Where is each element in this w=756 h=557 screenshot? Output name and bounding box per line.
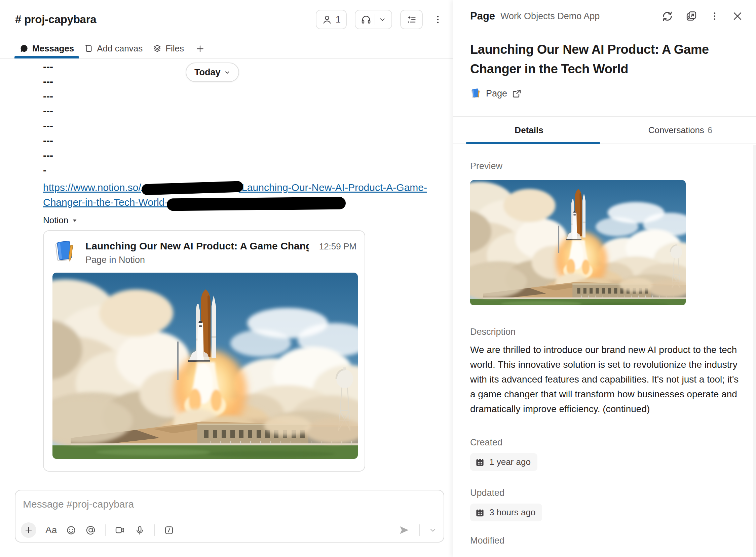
toolbar-divider bbox=[105, 524, 106, 536]
object-type-row: Page bbox=[470, 87, 756, 99]
files-stack-icon bbox=[153, 44, 162, 53]
microphone-icon bbox=[135, 525, 145, 535]
refresh-icon bbox=[662, 10, 673, 22]
notion-page-icon bbox=[53, 239, 77, 264]
video-camera-icon bbox=[115, 525, 125, 535]
unfurl-card-image[interactable] bbox=[53, 273, 358, 459]
panel-body: Preview Description We are thrilled to i… bbox=[453, 161, 756, 546]
rocket-launch-photo bbox=[470, 180, 686, 305]
text-format-button[interactable]: Aa bbox=[46, 525, 57, 535]
message-text: - bbox=[43, 163, 453, 177]
panel-scrollbar[interactable] bbox=[753, 145, 756, 557]
chevron-down-icon[interactable] bbox=[379, 16, 386, 23]
message-input[interactable]: Message #proj-capybara bbox=[16, 491, 444, 510]
tab-messages-label: Messages bbox=[32, 43, 74, 54]
panel-app-name: Work Objects Demo App bbox=[500, 11, 599, 22]
updated-value-chip: 3 hours ago bbox=[470, 503, 542, 521]
message-text: --- bbox=[43, 89, 453, 104]
preview-image[interactable] bbox=[470, 180, 686, 305]
open-in-window-button[interactable] bbox=[685, 10, 698, 22]
huddle-divider bbox=[375, 14, 375, 25]
description-text: We are thrilled to introduce our brand n… bbox=[470, 343, 743, 416]
mention-button[interactable] bbox=[85, 525, 96, 535]
object-type-label: Page bbox=[486, 88, 507, 99]
panel-object-type: Page bbox=[470, 10, 495, 22]
modified-section-label: Modified bbox=[470, 535, 743, 546]
created-section-label: Created bbox=[470, 437, 743, 448]
updated-section-label: Updated bbox=[470, 488, 743, 498]
emoji-button[interactable] bbox=[66, 525, 76, 535]
link-text-part2: /Launching-Our-New-AI-Product-A-Game- bbox=[239, 182, 427, 193]
more-options-button[interactable] bbox=[431, 10, 445, 29]
tab-add-canvas-label: Add canvas bbox=[97, 43, 143, 54]
add-canvas-icon bbox=[84, 44, 93, 53]
person-icon bbox=[322, 14, 332, 25]
message-text: --- bbox=[43, 74, 453, 89]
notion-link[interactable]: https://www.notion.so//Launching-Our-New… bbox=[43, 180, 450, 210]
message-text: --- bbox=[43, 148, 453, 163]
tab-details[interactable]: Details bbox=[453, 117, 605, 144]
details-panel: Page Work Objects Demo App bbox=[453, 0, 756, 557]
unfurl-card-title[interactable]: Launching Our New AI Product: A Game Cha… bbox=[85, 240, 309, 252]
toolbar-divider bbox=[154, 524, 155, 536]
channel-header: # proj-capybara 1 bbox=[0, 0, 453, 39]
shortcuts-button[interactable] bbox=[164, 525, 174, 535]
chevron-down-icon bbox=[429, 526, 437, 534]
audio-clip-button[interactable] bbox=[135, 525, 145, 535]
kebab-menu-icon bbox=[433, 14, 443, 25]
send-options-button[interactable] bbox=[429, 526, 437, 534]
message-composer: Message #proj-capybara Aa bbox=[15, 490, 444, 543]
tab-files[interactable]: Files bbox=[148, 39, 189, 58]
tab-conversations[interactable]: Conversations 6 bbox=[605, 117, 756, 144]
panel-more-button[interactable] bbox=[709, 11, 720, 21]
unfurl-card-header: Launching Our New AI Product: A Game Cha… bbox=[53, 239, 357, 265]
tab-messages[interactable]: Messages bbox=[15, 39, 79, 58]
unfurl-source-label: Notion bbox=[43, 215, 68, 226]
message-list: Today --- --- --- --- --- --- --- - http… bbox=[0, 58, 453, 472]
members-button[interactable]: 1 bbox=[316, 10, 347, 29]
tab-files-label: Files bbox=[165, 43, 184, 54]
tab-details-label: Details bbox=[514, 125, 543, 136]
video-clip-button[interactable] bbox=[115, 525, 125, 535]
tab-add-canvas[interactable]: Add canvas bbox=[79, 39, 148, 58]
preview-section-label: Preview bbox=[470, 161, 743, 171]
canvas-shortcuts-button[interactable] bbox=[400, 10, 423, 29]
date-divider-pill[interactable]: Today bbox=[186, 62, 239, 82]
attach-button[interactable] bbox=[21, 522, 36, 538]
unfurl-source-toggle[interactable]: Notion bbox=[43, 215, 453, 226]
panel-tabs: Details Conversations 6 bbox=[453, 117, 756, 144]
slash-command-icon bbox=[164, 525, 174, 535]
updated-value: 3 hours ago bbox=[489, 507, 535, 518]
kebab-menu-icon bbox=[709, 11, 720, 21]
toolbar-divider bbox=[419, 524, 420, 536]
redaction-bar bbox=[167, 197, 346, 211]
external-link-icon[interactable] bbox=[511, 88, 522, 99]
calendar-icon bbox=[475, 507, 485, 518]
page-title: Launching Our New AI Product: A Game Cha… bbox=[453, 32, 756, 79]
created-value-chip: 1 year ago bbox=[470, 453, 537, 471]
send-plane-icon bbox=[398, 524, 410, 536]
close-panel-button[interactable] bbox=[732, 10, 743, 22]
notion-unfurl-card[interactable]: Launching Our New AI Product: A Game Cha… bbox=[43, 230, 365, 472]
channel-title: # proj-capybara bbox=[15, 13, 96, 26]
date-divider-label: Today bbox=[194, 67, 221, 78]
rocket-launch-photo bbox=[53, 273, 358, 459]
refresh-button[interactable] bbox=[662, 10, 673, 22]
member-count: 1 bbox=[336, 14, 341, 25]
at-sign-icon bbox=[85, 525, 96, 535]
add-tab-button[interactable] bbox=[189, 39, 211, 58]
message-text: --- bbox=[43, 133, 453, 148]
composer-toolbar: Aa bbox=[21, 522, 437, 538]
plus-icon bbox=[195, 44, 205, 54]
message-text: --- bbox=[43, 118, 453, 133]
calendar-icon bbox=[475, 457, 485, 467]
huddle-button[interactable] bbox=[355, 10, 392, 29]
slack-app-window: # proj-capybara 1 bbox=[0, 0, 756, 557]
tab-conversations-label: Conversations bbox=[648, 125, 704, 136]
panel-header: Page Work Objects Demo App bbox=[453, 0, 756, 32]
chevron-down-icon bbox=[224, 69, 230, 76]
send-button[interactable] bbox=[398, 524, 410, 536]
message-text: --- bbox=[43, 59, 453, 74]
message-timestamp: 12:59 PM bbox=[319, 241, 357, 252]
conversations-count: 6 bbox=[707, 125, 712, 136]
